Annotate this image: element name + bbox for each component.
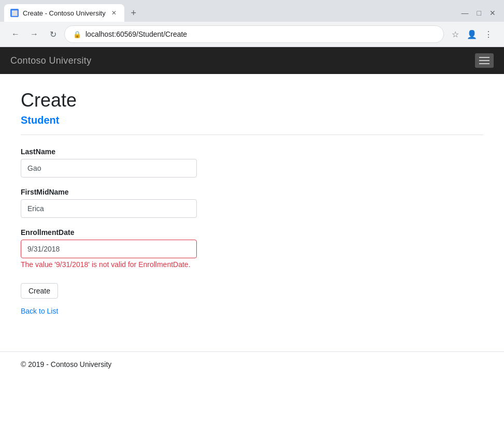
enrollment-date-input[interactable] (21, 240, 197, 258)
toggle-line-3 (479, 63, 489, 64)
footer-divider (0, 351, 504, 352)
validation-message: The value '9/31/2018' is not valid for E… (21, 260, 483, 269)
new-tab-button[interactable]: + (126, 6, 141, 20)
first-mid-name-label: FirstMidName (21, 188, 483, 196)
toggle-line-1 (479, 57, 489, 58)
enrollment-date-label: EnrollmentDate (21, 228, 483, 237)
tab-favicon: ⬜ (10, 9, 19, 17)
forward-button[interactable]: → (27, 27, 41, 41)
last-name-input[interactable] (21, 159, 197, 178)
browser-chrome: ⬜ Create - Contoso University ✕ + — □ ✕ … (0, 0, 504, 47)
more-button[interactable]: ⋮ (481, 27, 496, 41)
close-button[interactable]: ✕ (489, 9, 496, 17)
toggle-line-2 (479, 60, 489, 61)
page-title: Create (21, 90, 483, 111)
back-to-list-link[interactable]: Back to List (21, 307, 483, 315)
window-controls: — □ ✕ (462, 9, 500, 17)
address-actions: ☆ 👤 ⋮ (448, 27, 496, 41)
last-name-group: LastName (21, 147, 483, 178)
account-button[interactable]: 👤 (465, 27, 479, 41)
minimize-button[interactable]: — (462, 9, 469, 17)
footer-text: © 2019 - Contoso University (0, 360, 504, 368)
url-text: localhost:60569/Student/Create (85, 30, 435, 38)
first-mid-name-group: FirstMidName (21, 188, 483, 218)
app-navbar: Contoso University (0, 47, 504, 74)
maximize-button[interactable]: □ (477, 9, 481, 17)
url-bar[interactable]: 🔒 localhost:60569/Student/Create (64, 25, 444, 43)
create-form: LastName FirstMidName EnrollmentDate The… (21, 147, 483, 307)
app-brand: Contoso University (10, 55, 91, 66)
page-subtitle: Student (21, 114, 483, 126)
create-button[interactable]: Create (21, 283, 58, 299)
bookmark-button[interactable]: ☆ (448, 27, 463, 41)
lock-icon: 🔒 (73, 31, 81, 38)
back-button[interactable]: ← (8, 27, 23, 41)
last-name-label: LastName (21, 147, 483, 156)
reload-button[interactable]: ↻ (46, 27, 60, 41)
main-content: Create Student LastName FirstMidName Enr… (0, 74, 504, 351)
navbar-toggle-button[interactable] (475, 53, 494, 68)
enrollment-date-group: EnrollmentDate The value '9/31/2018' is … (21, 228, 483, 269)
tab-bar: ⬜ Create - Contoso University ✕ + — □ ✕ (0, 0, 504, 22)
title-divider (21, 135, 483, 135)
address-bar: ← → ↻ 🔒 localhost:60569/Student/Create ☆… (0, 22, 504, 47)
first-mid-name-input[interactable] (21, 199, 197, 218)
active-tab[interactable]: ⬜ Create - Contoso University ✕ (4, 4, 124, 22)
tab-title: Create - Contoso University (23, 9, 106, 17)
tab-close-button[interactable]: ✕ (110, 9, 118, 17)
